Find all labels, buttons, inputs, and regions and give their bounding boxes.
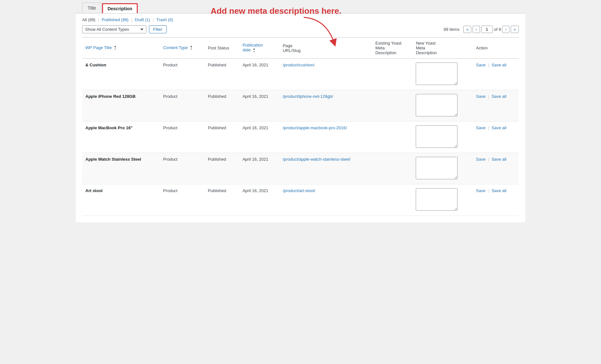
cell-title-4: Art stool	[82, 184, 160, 216]
table-row: Art stool Product Published April 16, 20…	[82, 184, 519, 216]
prev-page-button[interactable]: ‹	[473, 26, 480, 33]
cell-existing-yoast-0	[372, 59, 413, 90]
cell-existing-yoast-3	[372, 153, 413, 184]
cell-action-3[interactable]: Save | Save all	[473, 153, 519, 184]
cell-pub-date-3: April 16, 2021	[239, 153, 279, 184]
meta-textarea-1[interactable]	[416, 94, 457, 116]
cell-url-2[interactable]: /product/apple-macbook-pro-2016/	[280, 122, 372, 153]
cell-post-status-2: Published	[205, 122, 239, 153]
status-draft-link[interactable]: Draft (1)	[135, 17, 150, 22]
col-existing-yoast: Existing YoastMetaDescription	[372, 38, 413, 59]
next-page-button[interactable]: ›	[502, 26, 509, 33]
tab-title[interactable]: Title	[82, 3, 101, 13]
save-link-1[interactable]: Save	[476, 94, 486, 99]
col-page-url: PageURL/Slug	[280, 38, 372, 59]
cell-action-0[interactable]: Save | Save all	[473, 59, 519, 90]
meta-textarea-3[interactable]	[416, 157, 457, 179]
meta-textarea-2[interactable]	[416, 125, 457, 148]
cell-post-status-3: Published	[205, 153, 239, 184]
cell-content-type-4: Product	[160, 184, 205, 216]
col-action: Action	[473, 38, 519, 59]
cell-action-1[interactable]: Save | Save all	[473, 90, 519, 122]
table-body: & Cushion Product Published April 16, 20…	[82, 59, 519, 216]
cell-title-2: Apple MacBook Pro 16"	[82, 122, 160, 153]
cell-pub-date-4: April 16, 2021	[239, 184, 279, 216]
filter-pagination-row: Add new meta descriptions here. Show All…	[82, 25, 519, 33]
last-page-button[interactable]: »	[511, 26, 519, 33]
cell-new-yoast-0[interactable]	[413, 59, 473, 90]
cell-url-3[interactable]: /product/apple-watch-stainless-steel/	[280, 153, 372, 184]
status-filter-bar: All (89) | Published (88) | Draft (1) | …	[82, 17, 519, 22]
col-publication-date[interactable]: Publicationdate ▲ ▼	[239, 38, 279, 59]
save-all-link-1[interactable]: Save all	[492, 94, 506, 99]
cell-title-1: Apple iPhone Red 128GB	[82, 90, 160, 122]
cell-url-0[interactable]: /product/cushion/	[280, 59, 372, 90]
content-type-select[interactable]: Show All Content Types	[82, 25, 146, 33]
cell-post-status-0: Published	[205, 59, 239, 90]
sort-arrows-title: ▲ ▼	[114, 45, 117, 51]
status-published-link[interactable]: Published (88)	[102, 17, 129, 22]
status-all-label[interactable]: All (89)	[82, 17, 95, 22]
status-trash-link[interactable]: Trash (0)	[156, 17, 173, 22]
cell-new-yoast-1[interactable]	[413, 90, 473, 122]
data-table: WP Page Title ▲ ▼ Content Type ▲ ▼ Po	[82, 37, 519, 216]
table-row: Apple iPhone Red 128GB Product Published…	[82, 90, 519, 122]
meta-textarea-4[interactable]	[416, 188, 457, 211]
cell-pub-date-0: April 16, 2021	[239, 59, 279, 90]
cell-new-yoast-2[interactable]	[413, 122, 473, 153]
cell-url-1[interactable]: /product/iphone-red-128gb/	[280, 90, 372, 122]
cell-post-status-4: Published	[205, 184, 239, 216]
cell-existing-yoast-4	[372, 184, 413, 216]
cell-title-3: Apple Watch Stainless Steel	[82, 153, 160, 184]
cell-action-4[interactable]: Save | Save all	[473, 184, 519, 216]
items-count: 89 items	[444, 27, 459, 32]
save-link-2[interactable]: Save	[476, 125, 486, 130]
page-of-label: of 9	[494, 27, 501, 32]
col-post-status: Post Status	[205, 38, 239, 59]
filter-button[interactable]: Filter	[149, 25, 167, 33]
table-row: Apple MacBook Pro 16" Product Published …	[82, 122, 519, 153]
table-row: & Cushion Product Published April 16, 20…	[82, 59, 519, 90]
save-all-link-3[interactable]: Save all	[492, 157, 506, 162]
col-content-type[interactable]: Content Type ▲ ▼	[160, 38, 205, 59]
save-all-link-4[interactable]: Save all	[492, 188, 506, 193]
cell-existing-yoast-2	[372, 122, 413, 153]
cell-pub-date-2: April 16, 2021	[239, 122, 279, 153]
table-header-row: WP Page Title ▲ ▼ Content Type ▲ ▼ Po	[82, 38, 519, 59]
cell-content-type-0: Product	[160, 59, 205, 90]
cell-new-yoast-4[interactable]	[413, 184, 473, 216]
table-row: Apple Watch Stainless Steel Product Publ…	[82, 153, 519, 184]
sep3: |	[153, 17, 154, 22]
cell-existing-yoast-1	[372, 90, 413, 122]
save-link-3[interactable]: Save	[476, 157, 486, 162]
save-link-0[interactable]: Save	[476, 63, 486, 67]
col-wp-page-title[interactable]: WP Page Title ▲ ▼	[82, 38, 160, 59]
save-link-4[interactable]: Save	[476, 188, 486, 193]
cell-content-type-1: Product	[160, 90, 205, 122]
cell-content-type-3: Product	[160, 153, 205, 184]
cell-new-yoast-3[interactable]	[413, 153, 473, 184]
page-number-input[interactable]	[481, 26, 493, 33]
sort-arrows-content-type: ▲ ▼	[190, 45, 193, 51]
meta-textarea-0[interactable]	[416, 63, 457, 85]
cell-content-type-2: Product	[160, 122, 205, 153]
filter-row: Show All Content Types Filter	[82, 25, 167, 33]
sep1: |	[98, 17, 99, 22]
cell-title-0: & Cushion	[82, 59, 160, 90]
cell-pub-date-1: April 16, 2021	[239, 90, 279, 122]
pagination-area: 89 items « ‹ of 9 › »	[444, 26, 519, 33]
main-content: All (89) | Published (88) | Draft (1) | …	[76, 13, 525, 222]
cell-post-status-1: Published	[205, 90, 239, 122]
save-all-link-2[interactable]: Save all	[492, 125, 506, 130]
col-new-yoast: New YoastMetaDescription	[413, 38, 473, 59]
tab-bar: Title Description	[76, 0, 525, 13]
cell-action-2[interactable]: Save | Save all	[473, 122, 519, 153]
cell-url-4[interactable]: /product/art-stool/	[280, 184, 372, 216]
save-all-link-0[interactable]: Save all	[492, 63, 506, 67]
sort-arrows-pub-date: ▲ ▼	[253, 48, 255, 53]
sep2: |	[131, 17, 132, 22]
tab-description[interactable]: Description	[102, 3, 138, 13]
first-page-button[interactable]: «	[463, 26, 471, 33]
